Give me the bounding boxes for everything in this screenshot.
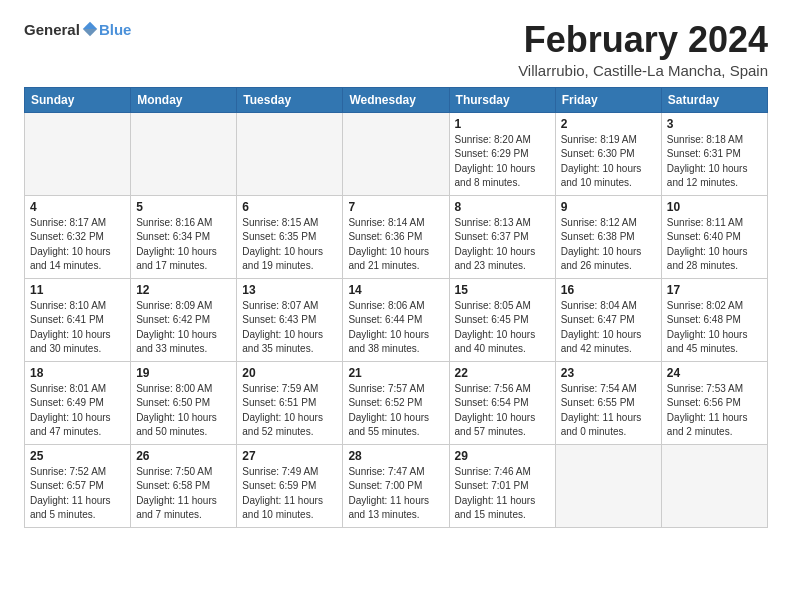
day-number: 7 — [348, 200, 443, 214]
calendar-cell: 22Sunrise: 7:56 AM Sunset: 6:54 PM Dayli… — [449, 361, 555, 444]
week-row-4: 25Sunrise: 7:52 AM Sunset: 6:57 PM Dayli… — [25, 444, 768, 527]
logo-icon — [81, 20, 99, 38]
calendar-cell: 27Sunrise: 7:49 AM Sunset: 6:59 PM Dayli… — [237, 444, 343, 527]
day-number: 20 — [242, 366, 337, 380]
week-row-1: 4Sunrise: 8:17 AM Sunset: 6:32 PM Daylig… — [25, 195, 768, 278]
day-number: 4 — [30, 200, 125, 214]
day-info: Sunrise: 7:54 AM Sunset: 6:55 PM Dayligh… — [561, 382, 656, 440]
calendar-cell: 7Sunrise: 8:14 AM Sunset: 6:36 PM Daylig… — [343, 195, 449, 278]
svg-marker-0 — [83, 22, 97, 29]
day-number: 6 — [242, 200, 337, 214]
day-info: Sunrise: 8:02 AM Sunset: 6:48 PM Dayligh… — [667, 299, 762, 357]
col-header-sunday: Sunday — [25, 87, 131, 112]
day-number: 17 — [667, 283, 762, 297]
calendar-cell: 1Sunrise: 8:20 AM Sunset: 6:29 PM Daylig… — [449, 112, 555, 195]
logo-text-blue: Blue — [99, 21, 132, 38]
calendar-cell — [661, 444, 767, 527]
day-info: Sunrise: 8:07 AM Sunset: 6:43 PM Dayligh… — [242, 299, 337, 357]
calendar-cell: 18Sunrise: 8:01 AM Sunset: 6:49 PM Dayli… — [25, 361, 131, 444]
day-info: Sunrise: 7:47 AM Sunset: 7:00 PM Dayligh… — [348, 465, 443, 523]
calendar-cell — [25, 112, 131, 195]
calendar-cell: 19Sunrise: 8:00 AM Sunset: 6:50 PM Dayli… — [131, 361, 237, 444]
calendar-cell: 4Sunrise: 8:17 AM Sunset: 6:32 PM Daylig… — [25, 195, 131, 278]
day-number: 8 — [455, 200, 550, 214]
day-number: 21 — [348, 366, 443, 380]
col-header-tuesday: Tuesday — [237, 87, 343, 112]
day-info: Sunrise: 8:12 AM Sunset: 6:38 PM Dayligh… — [561, 216, 656, 274]
day-info: Sunrise: 8:17 AM Sunset: 6:32 PM Dayligh… — [30, 216, 125, 274]
calendar-cell: 17Sunrise: 8:02 AM Sunset: 6:48 PM Dayli… — [661, 278, 767, 361]
day-number: 18 — [30, 366, 125, 380]
calendar-cell: 13Sunrise: 8:07 AM Sunset: 6:43 PM Dayli… — [237, 278, 343, 361]
day-info: Sunrise: 8:20 AM Sunset: 6:29 PM Dayligh… — [455, 133, 550, 191]
calendar-cell: 23Sunrise: 7:54 AM Sunset: 6:55 PM Dayli… — [555, 361, 661, 444]
day-info: Sunrise: 8:13 AM Sunset: 6:37 PM Dayligh… — [455, 216, 550, 274]
day-number: 5 — [136, 200, 231, 214]
day-info: Sunrise: 7:57 AM Sunset: 6:52 PM Dayligh… — [348, 382, 443, 440]
day-info: Sunrise: 8:04 AM Sunset: 6:47 PM Dayligh… — [561, 299, 656, 357]
col-header-monday: Monday — [131, 87, 237, 112]
day-info: Sunrise: 8:00 AM Sunset: 6:50 PM Dayligh… — [136, 382, 231, 440]
day-number: 9 — [561, 200, 656, 214]
day-number: 25 — [30, 449, 125, 463]
calendar-cell — [555, 444, 661, 527]
day-info: Sunrise: 8:11 AM Sunset: 6:40 PM Dayligh… — [667, 216, 762, 274]
title-area: February 2024 Villarrubio, Castille-La M… — [518, 20, 768, 79]
col-header-wednesday: Wednesday — [343, 87, 449, 112]
week-row-0: 1Sunrise: 8:20 AM Sunset: 6:29 PM Daylig… — [25, 112, 768, 195]
day-number: 10 — [667, 200, 762, 214]
calendar-cell: 25Sunrise: 7:52 AM Sunset: 6:57 PM Dayli… — [25, 444, 131, 527]
day-info: Sunrise: 8:14 AM Sunset: 6:36 PM Dayligh… — [348, 216, 443, 274]
calendar-cell: 10Sunrise: 8:11 AM Sunset: 6:40 PM Dayli… — [661, 195, 767, 278]
day-info: Sunrise: 8:18 AM Sunset: 6:31 PM Dayligh… — [667, 133, 762, 191]
day-number: 29 — [455, 449, 550, 463]
day-info: Sunrise: 8:15 AM Sunset: 6:35 PM Dayligh… — [242, 216, 337, 274]
calendar-cell: 20Sunrise: 7:59 AM Sunset: 6:51 PM Dayli… — [237, 361, 343, 444]
day-info: Sunrise: 8:06 AM Sunset: 6:44 PM Dayligh… — [348, 299, 443, 357]
calendar-cell: 16Sunrise: 8:04 AM Sunset: 6:47 PM Dayli… — [555, 278, 661, 361]
day-info: Sunrise: 8:09 AM Sunset: 6:42 PM Dayligh… — [136, 299, 231, 357]
logo-text-general: General — [24, 21, 80, 38]
calendar-cell: 21Sunrise: 7:57 AM Sunset: 6:52 PM Dayli… — [343, 361, 449, 444]
calendar-cell: 5Sunrise: 8:16 AM Sunset: 6:34 PM Daylig… — [131, 195, 237, 278]
col-header-thursday: Thursday — [449, 87, 555, 112]
calendar-cell — [237, 112, 343, 195]
calendar-cell: 11Sunrise: 8:10 AM Sunset: 6:41 PM Dayli… — [25, 278, 131, 361]
main-title: February 2024 — [518, 20, 768, 60]
day-number: 1 — [455, 117, 550, 131]
col-header-saturday: Saturday — [661, 87, 767, 112]
day-number: 2 — [561, 117, 656, 131]
subtitle: Villarrubio, Castille-La Mancha, Spain — [518, 62, 768, 79]
calendar-cell: 14Sunrise: 8:06 AM Sunset: 6:44 PM Dayli… — [343, 278, 449, 361]
calendar-cell: 28Sunrise: 7:47 AM Sunset: 7:00 PM Dayli… — [343, 444, 449, 527]
day-info: Sunrise: 8:16 AM Sunset: 6:34 PM Dayligh… — [136, 216, 231, 274]
day-number: 12 — [136, 283, 231, 297]
svg-marker-1 — [83, 29, 97, 36]
calendar-cell: 29Sunrise: 7:46 AM Sunset: 7:01 PM Dayli… — [449, 444, 555, 527]
header: General Blue February 2024 Villarrubio, … — [24, 20, 768, 79]
day-number: 13 — [242, 283, 337, 297]
day-number: 11 — [30, 283, 125, 297]
day-number: 16 — [561, 283, 656, 297]
calendar-table: SundayMondayTuesdayWednesdayThursdayFrid… — [24, 87, 768, 528]
day-number: 15 — [455, 283, 550, 297]
day-number: 26 — [136, 449, 231, 463]
logo: General Blue — [24, 20, 131, 38]
day-info: Sunrise: 7:52 AM Sunset: 6:57 PM Dayligh… — [30, 465, 125, 523]
day-info: Sunrise: 7:53 AM Sunset: 6:56 PM Dayligh… — [667, 382, 762, 440]
day-info: Sunrise: 7:49 AM Sunset: 6:59 PM Dayligh… — [242, 465, 337, 523]
day-number: 14 — [348, 283, 443, 297]
day-number: 27 — [242, 449, 337, 463]
calendar-cell: 8Sunrise: 8:13 AM Sunset: 6:37 PM Daylig… — [449, 195, 555, 278]
day-info: Sunrise: 8:19 AM Sunset: 6:30 PM Dayligh… — [561, 133, 656, 191]
calendar-cell: 9Sunrise: 8:12 AM Sunset: 6:38 PM Daylig… — [555, 195, 661, 278]
day-info: Sunrise: 8:10 AM Sunset: 6:41 PM Dayligh… — [30, 299, 125, 357]
day-info: Sunrise: 7:56 AM Sunset: 6:54 PM Dayligh… — [455, 382, 550, 440]
calendar-cell: 15Sunrise: 8:05 AM Sunset: 6:45 PM Dayli… — [449, 278, 555, 361]
calendar-cell: 3Sunrise: 8:18 AM Sunset: 6:31 PM Daylig… — [661, 112, 767, 195]
week-row-2: 11Sunrise: 8:10 AM Sunset: 6:41 PM Dayli… — [25, 278, 768, 361]
week-row-3: 18Sunrise: 8:01 AM Sunset: 6:49 PM Dayli… — [25, 361, 768, 444]
day-number: 23 — [561, 366, 656, 380]
day-info: Sunrise: 7:50 AM Sunset: 6:58 PM Dayligh… — [136, 465, 231, 523]
calendar-header-row: SundayMondayTuesdayWednesdayThursdayFrid… — [25, 87, 768, 112]
